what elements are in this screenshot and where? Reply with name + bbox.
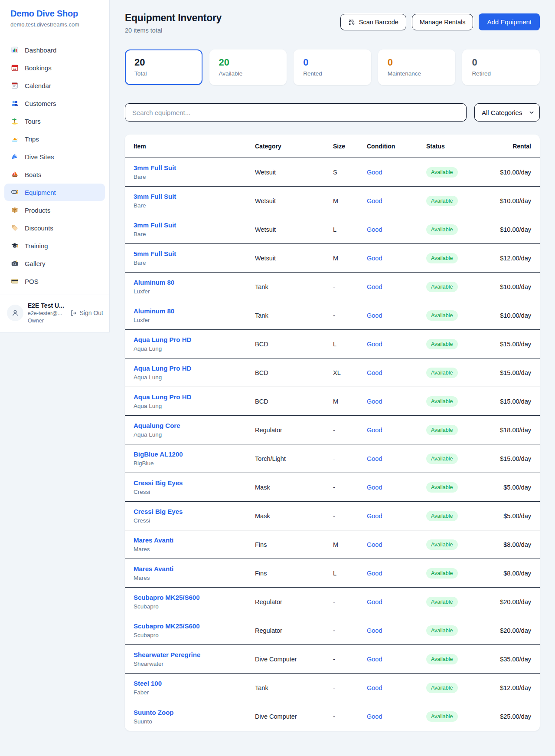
item-name-link[interactable]: Aqua Lung Pro HD [134,336,255,343]
table-row: 3mm Full Suit Bare Wetsuit S Good Availa… [125,158,540,187]
item-size: - [333,684,367,691]
status-badge: Available [426,425,458,435]
sidebar: Demo Dive Shop demo.test.divestreams.com… [0,0,110,332]
brand-name[interactable]: Demo Dive Shop [10,9,99,19]
sidebar-item-pos[interactable]: POS [4,273,105,290]
item-name-link[interactable]: Aqua Lung Pro HD [134,393,255,401]
sidebar-item-gallery[interactable]: Gallery [4,255,105,272]
item-condition-link[interactable]: Good [367,283,382,290]
item-category: Mask [255,513,333,519]
manage-rentals-button[interactable]: Manage Rentals [412,14,473,30]
item-condition-link[interactable]: Good [367,312,382,319]
item-category: Mask [255,484,333,491]
item-condition-link[interactable]: Good [367,369,382,376]
item-size: M [333,255,367,262]
item-condition-link[interactable]: Good [367,684,382,691]
item-name-link[interactable]: Aqua Lung Pro HD [134,365,255,372]
stats-row: 20 Total 20 Available 0 Rented 0 Mainten… [125,49,540,85]
item-condition-link[interactable]: Good [367,713,382,720]
sidebar-item-calendar[interactable]: Calendar [4,77,105,94]
item-rental-rate: $10.00/day [492,283,531,290]
item-category: Fins [255,570,333,577]
page-title: Equipment Inventory [125,12,222,24]
category-filter-select[interactable]: All Categories [474,103,540,122]
item-condition-link[interactable]: Good [367,484,382,491]
item-name-link[interactable]: 3mm Full Suit [134,221,255,229]
sidebar-item-discounts[interactable]: Discounts [4,219,105,237]
item-condition-link[interactable]: Good [367,541,382,548]
item-condition-link[interactable]: Good [367,398,382,405]
item-name-link[interactable]: Aluminum 80 [134,307,255,315]
main-content: Equipment Inventory 20 items total Sca [110,0,555,731]
stat-card-rented[interactable]: 0 Rented [294,49,371,85]
sidebar-item-customers[interactable]: Customers [4,95,105,112]
scan-barcode-button[interactable]: Scan Barcode [340,14,406,30]
table-row: Scubapro MK25/S600 Scubapro Regulator - … [125,588,540,616]
item-name-link[interactable]: Scubapro MK25/S600 [134,622,255,630]
item-condition-link[interactable]: Good [367,341,382,348]
item-name-link[interactable]: Shearwater Peregrine [134,651,255,658]
table-row: Suunto Zoop Suunto Dive Computer - Good … [125,702,540,731]
trips-icon [11,135,19,143]
item-size: S [333,169,367,176]
item-name-link[interactable]: Cressi Big Eyes [134,479,255,486]
sidebar-item-label: Trips [25,135,39,143]
scan-barcode-label: Scan Barcode [359,19,398,26]
item-condition-link[interactable]: Good [367,598,382,605]
stat-card-maintenance[interactable]: 0 Maintenance [378,49,456,85]
brand-domain: demo.test.divestreams.com [10,21,99,28]
item-name-link[interactable]: Steel 100 [134,680,255,687]
item-name-link[interactable]: 3mm Full Suit [134,164,255,171]
item-condition-link[interactable]: Good [367,513,382,519]
item-category: Dive Computer [255,713,333,720]
table-row: Aqua Lung Pro HD Aqua Lung BCD XL Good A… [125,358,540,387]
sidebar-item-tours[interactable]: Tours [4,112,105,130]
item-condition-link[interactable]: Good [367,656,382,663]
sidebar-item-training[interactable]: Training [4,237,105,254]
item-name-link[interactable]: 5mm Full Suit [134,250,255,257]
item-condition-link[interactable]: Good [367,169,382,176]
sign-out-icon [70,309,77,317]
sidebar-item-trips[interactable]: Trips [4,130,105,148]
item-brand: Bare [134,231,255,237]
status-badge: Available [426,368,458,378]
stat-card-total[interactable]: 20 Total [125,49,202,85]
sidebar-item-dive-sites[interactable]: Dive Sites [4,148,105,165]
stat-card-retired[interactable]: 0 Retired [462,49,540,85]
items-total-count: 20 items total [125,27,222,34]
item-size: M [333,541,367,548]
item-name-link[interactable]: Aluminum 80 [134,279,255,286]
sidebar-item-label: Bookings [25,64,52,72]
item-condition-link[interactable]: Good [367,455,382,462]
sidebar-item-dashboard[interactable]: Dashboard [4,41,105,59]
page-header: Equipment Inventory 20 items total Sca [125,12,540,34]
item-rental-rate: $8.00/day [492,541,531,548]
item-category: BCD [255,398,333,405]
item-name-link[interactable]: Cressi Big Eyes [134,508,255,515]
item-name-link[interactable]: Suunto Zoop [134,709,255,716]
sidebar-item-bookings[interactable]: 17 Bookings [4,59,105,76]
sidebar-item-equipment[interactable]: Equipment [4,184,105,201]
item-condition-link[interactable]: Good [367,197,382,204]
item-condition-link[interactable]: Good [367,226,382,233]
sidebar-item-products[interactable]: Products [4,201,105,219]
item-name-link[interactable]: BigBlue AL1200 [134,450,255,458]
add-equipment-button[interactable]: Add Equipment [479,13,540,30]
item-size: - [333,627,367,634]
search-input[interactable] [125,103,467,122]
item-condition-link[interactable]: Good [367,255,382,262]
item-name-link[interactable]: Aqualung Core [134,422,255,429]
item-name-link[interactable]: Mares Avanti [134,565,255,572]
item-name-link[interactable]: Mares Avanti [134,536,255,544]
item-condition-link[interactable]: Good [367,627,382,634]
table-row: Mares Avanti Mares Fins M Good Available… [125,530,540,559]
logo-block: Demo Dive Shop demo.test.divestreams.com [0,0,109,35]
item-condition-link[interactable]: Good [367,427,382,434]
item-condition-link[interactable]: Good [367,570,382,577]
sign-out-button[interactable]: Sign Out [70,309,103,317]
stat-card-available[interactable]: 20 Available [209,49,287,85]
item-name-link[interactable]: 3mm Full Suit [134,193,255,200]
item-name-link[interactable]: Scubapro MK25/S600 [134,594,255,601]
sidebar-item-boats[interactable]: Boats [4,166,105,183]
stat-value: 20 [219,57,278,68]
